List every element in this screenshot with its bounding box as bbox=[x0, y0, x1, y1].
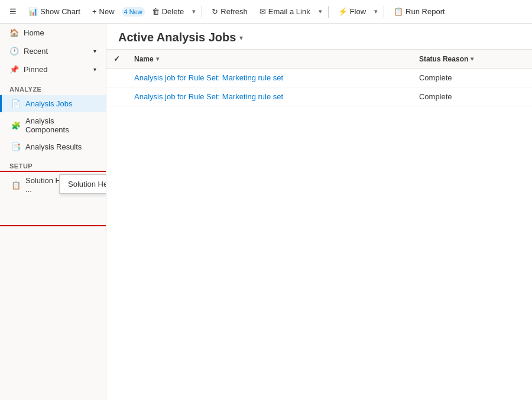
page-title: Active Analysis Jobs bbox=[118, 31, 236, 44]
content-area: Active Analysis Jobs ▾ ✓ Name ▾ bbox=[106, 24, 532, 400]
refresh-icon: ↻ bbox=[212, 7, 218, 16]
show-chart-label: Show Chart bbox=[40, 7, 80, 16]
analysis-jobs-icon: 📄 bbox=[11, 99, 21, 108]
analysis-components-icon: 🧩 bbox=[11, 121, 21, 130]
analysis-jobs-table: ✓ Name ▾ Status Reason ▾ bbox=[106, 50, 532, 106]
analysis-jobs-label: Analysis Jobs bbox=[25, 99, 72, 108]
table-row: Analysis job for Rule Set: Marketing rul… bbox=[106, 87, 532, 106]
refresh-label: Refresh bbox=[220, 7, 248, 16]
hamburger-button[interactable]: ☰ bbox=[5, 5, 21, 18]
refresh-button[interactable]: ↻ Refresh bbox=[207, 5, 252, 18]
pinned-icon: 📌 bbox=[9, 65, 19, 74]
separator-1 bbox=[202, 6, 202, 18]
title-dropdown-icon[interactable]: ▾ bbox=[239, 34, 243, 42]
row-status-cell: Complete bbox=[412, 69, 532, 87]
flow-label: Flow bbox=[350, 7, 366, 16]
chart-icon: 📊 bbox=[28, 7, 38, 16]
status-sort-icon: ▾ bbox=[471, 56, 473, 62]
row-name-cell[interactable]: Analysis job for Rule Set: Marketing rul… bbox=[127, 87, 412, 106]
sidebar-item-pinned[interactable]: 📌 Pinned ▾ bbox=[0, 60, 106, 79]
recent-label: Recent bbox=[24, 47, 48, 56]
separator-3 bbox=[384, 6, 384, 18]
sidebar-item-recent[interactable]: 🕐 Recent ▾ bbox=[0, 42, 106, 60]
name-column-label: Name bbox=[134, 55, 154, 63]
sidebar-item-analysis-results[interactable]: 📑 Analysis Results bbox=[0, 138, 106, 155]
run-report-button[interactable]: 📋 Run Report bbox=[389, 5, 449, 18]
flow-button[interactable]: ⚡ Flow bbox=[333, 5, 371, 18]
analyze-section-label: Analyze bbox=[0, 79, 106, 95]
checkmark-icon: ✓ bbox=[113, 54, 120, 63]
flow-icon: ⚡ bbox=[338, 7, 348, 16]
row-check-cell bbox=[106, 69, 127, 87]
sidebar-item-analysis-jobs[interactable]: 📄 Analysis Jobs bbox=[0, 95, 106, 112]
delete-label: Delete bbox=[162, 7, 184, 16]
main-layout: 🏠 Home 🕐 Recent ▾ 📌 Pinned ▾ Analyze 📄 A… bbox=[0, 24, 532, 400]
setup-section-label: Setup bbox=[0, 155, 106, 172]
pinned-label: Pinned bbox=[24, 65, 47, 74]
toolbar: ☰ 📊 Show Chart + New 4 New 🗑 Delete ▾ ↻ … bbox=[0, 0, 532, 24]
delete-icon: 🗑 bbox=[152, 7, 160, 16]
home-icon: 🏠 bbox=[9, 28, 19, 37]
solution-health-icon: 📋 bbox=[11, 181, 21, 190]
col-status-header[interactable]: Status Reason ▾ bbox=[412, 50, 532, 69]
delete-dropdown-icon[interactable]: ▾ bbox=[191, 5, 197, 18]
new-label: New bbox=[99, 7, 115, 16]
col-name-header[interactable]: Name ▾ bbox=[127, 50, 412, 69]
new-button[interactable]: + New bbox=[87, 5, 119, 18]
home-label: Home bbox=[24, 28, 44, 37]
row-check-cell bbox=[106, 87, 127, 106]
sidebar: 🏠 Home 🕐 Recent ▾ 📌 Pinned ▾ Analyze 📄 A… bbox=[0, 24, 106, 400]
recent-chevron-icon: ▾ bbox=[93, 48, 96, 54]
status-column-label: Status Reason bbox=[419, 55, 468, 63]
report-icon: 📋 bbox=[394, 7, 403, 16]
plus-icon: + bbox=[92, 7, 97, 16]
analysis-results-label: Analysis Results bbox=[25, 142, 82, 151]
row-name-link[interactable]: Analysis job for Rule Set: Marketing rul… bbox=[134, 73, 283, 82]
email-link-button[interactable]: ✉ Email a Link bbox=[255, 5, 315, 18]
flow-dropdown-icon[interactable]: ▾ bbox=[373, 5, 379, 18]
table-area: ✓ Name ▾ Status Reason ▾ bbox=[106, 50, 532, 400]
solution-health-wrapper: 📋 Solution Health Rule ... Solution Heal… bbox=[0, 172, 106, 198]
row-name-cell[interactable]: Analysis job for Rule Set: Marketing rul… bbox=[127, 69, 412, 87]
row-name-link[interactable]: Analysis job for Rule Set: Marketing rul… bbox=[134, 92, 283, 101]
content-title-row: Active Analysis Jobs ▾ bbox=[118, 31, 520, 44]
row-status-cell: Complete bbox=[412, 87, 532, 106]
sidebar-item-home[interactable]: 🏠 Home bbox=[0, 24, 106, 42]
analysis-results-icon: 📑 bbox=[11, 142, 21, 151]
recent-icon: 🕐 bbox=[9, 47, 19, 56]
email-icon: ✉ bbox=[259, 7, 266, 16]
new-badge: 4 New bbox=[122, 7, 145, 17]
pinned-chevron-icon: ▾ bbox=[93, 66, 96, 73]
sidebar-item-analysis-components[interactable]: 🧩 Analysis Components bbox=[0, 112, 106, 138]
run-report-label: Run Report bbox=[406, 7, 445, 16]
content-header: Active Analysis Jobs ▾ bbox=[106, 24, 532, 50]
show-chart-button[interactable]: 📊 Show Chart bbox=[24, 5, 85, 18]
solution-health-rule-sets-item[interactable]: Solution Health Rule Sets bbox=[60, 176, 106, 192]
table-row: Analysis job for Rule Set: Marketing rul… bbox=[106, 69, 532, 87]
hamburger-icon: ☰ bbox=[9, 7, 17, 16]
delete-button[interactable]: 🗑 Delete bbox=[147, 5, 189, 18]
email-link-label: Email a Link bbox=[268, 7, 310, 16]
solution-health-tooltip: Solution Health Rule Sets bbox=[59, 174, 106, 194]
col-check: ✓ bbox=[106, 50, 127, 69]
name-sort-icon: ▾ bbox=[156, 56, 159, 62]
email-dropdown-icon[interactable]: ▾ bbox=[317, 5, 323, 18]
analysis-components-label: Analysis Components bbox=[25, 116, 96, 134]
separator-2 bbox=[328, 6, 329, 18]
